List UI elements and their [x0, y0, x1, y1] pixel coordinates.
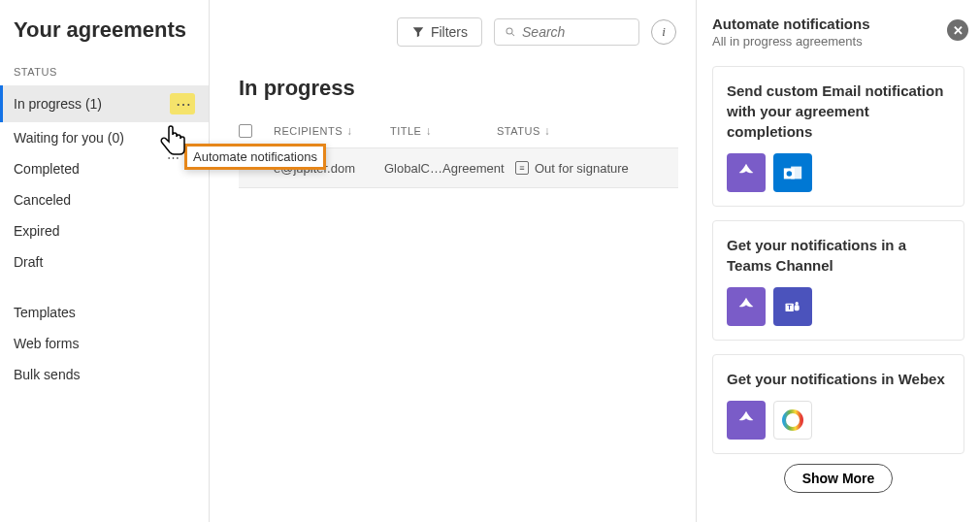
cell-title: GlobalC…	[384, 161, 442, 176]
sidebar: Your agreements STATUS In progress (1) ⋯…	[0, 0, 210, 522]
sidebar-item-waiting[interactable]: Waiting for you (0)	[0, 122, 209, 153]
panel-subtitle: All in progress agreements	[712, 34, 964, 49]
card-title: Get your notifications in a Teams Channe…	[727, 235, 950, 276]
svg-point-9	[784, 411, 801, 429]
search-icon	[505, 25, 516, 39]
search-input[interactable]	[522, 24, 629, 40]
card-title: Send custom Email notification with your…	[727, 81, 950, 142]
notifications-panel: ✕ Automate notifications All in progress…	[696, 0, 980, 522]
cell-status: ≡ Out for signature	[515, 161, 629, 176]
sidebar-item-expired[interactable]: Expired	[0, 215, 209, 246]
sidebar-item-label: In progress (1)	[14, 96, 102, 112]
sort-icon: ↓	[544, 124, 551, 138]
svg-point-7	[796, 302, 799, 305]
filters-button[interactable]: Filters	[397, 17, 482, 47]
main-content: Filters i In progress RECIPIENTS↓ TITLE↓…	[210, 0, 696, 522]
svg-point-0	[506, 28, 512, 34]
sidebar-item-canceled[interactable]: Canceled	[0, 184, 209, 215]
sort-icon: ↓	[346, 124, 353, 138]
acrobat-icon	[727, 401, 766, 440]
show-more-button[interactable]: Show More	[784, 464, 894, 493]
sidebar-item-bulksends[interactable]: Bulk sends	[0, 359, 209, 390]
info-icon[interactable]: i	[651, 19, 676, 45]
popup-more-icon: ⋯	[167, 150, 180, 165]
filter-icon	[411, 25, 425, 39]
popup-automate-notifications[interactable]: Automate notifications	[184, 144, 326, 170]
col-status[interactable]: STATUS↓	[497, 124, 642, 138]
sidebar-item-in-progress[interactable]: In progress (1) ⋯	[0, 85, 209, 122]
sort-icon: ↓	[425, 124, 432, 138]
svg-text:T: T	[787, 303, 792, 311]
acrobat-icon	[727, 287, 766, 326]
panel-title: Automate notifications	[712, 16, 964, 32]
sidebar-item-webforms[interactable]: Web forms	[0, 328, 209, 359]
card-title: Get your notifications in Webex	[727, 369, 950, 389]
card-email[interactable]: Send custom Email notification with your…	[712, 66, 964, 207]
select-all-checkbox[interactable]	[239, 124, 252, 138]
svg-rect-8	[795, 305, 800, 310]
col-recipients[interactable]: RECIPIENTS↓	[274, 124, 390, 138]
webex-icon	[773, 401, 812, 440]
col-title[interactable]: TITLE↓	[390, 124, 497, 138]
outlook-icon	[773, 153, 812, 192]
sidebar-item-templates[interactable]: Templates	[0, 297, 209, 328]
sidebar-item-draft[interactable]: Draft	[0, 246, 209, 277]
section-heading: In progress	[239, 76, 678, 101]
status-section-label: STATUS	[0, 62, 209, 85]
close-icon[interactable]: ✕	[947, 19, 968, 41]
search-input-wrap[interactable]	[494, 18, 639, 46]
page-title: Your agreements	[0, 0, 209, 62]
svg-point-4	[787, 171, 793, 177]
teams-icon: T	[773, 287, 812, 326]
cell-type: Agreement	[442, 161, 515, 176]
document-icon: ≡	[515, 161, 529, 175]
more-icon[interactable]: ⋯	[170, 93, 195, 114]
card-teams[interactable]: Get your notifications in a Teams Channe…	[712, 220, 964, 341]
card-webex[interactable]: Get your notifications in Webex	[712, 354, 964, 454]
svg-line-1	[512, 34, 515, 37]
acrobat-icon	[727, 153, 766, 192]
